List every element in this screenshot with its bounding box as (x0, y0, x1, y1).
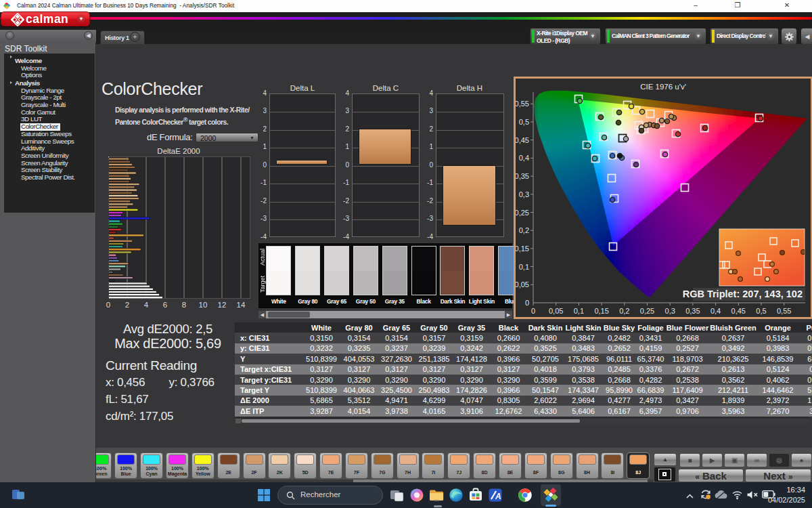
svg-text:0,55: 0,55 (516, 100, 529, 108)
svg-text:0,45: 0,45 (731, 307, 746, 315)
svg-text:0,05: 0,05 (516, 280, 529, 289)
svg-text:0,35: 0,35 (516, 172, 529, 180)
svg-text:0,4: 0,4 (519, 154, 529, 162)
svg-text:0,35: 0,35 (685, 307, 700, 315)
svg-text:0,45: 0,45 (516, 136, 529, 144)
svg-text:0,55: 0,55 (777, 307, 791, 315)
svg-text:0,5: 0,5 (756, 307, 766, 315)
svg-text:0,15: 0,15 (516, 245, 529, 253)
svg-text:RGB Triplet: 207, 143, 102: RGB Triplet: 207, 143, 102 (683, 289, 805, 299)
svg-text:0,1: 0,1 (574, 307, 584, 315)
svg-text:0,1: 0,1 (519, 263, 529, 271)
svg-text:0,15: 0,15 (594, 307, 608, 315)
svg-text:0,25: 0,25 (516, 209, 529, 217)
svg-text:0,25: 0,25 (640, 307, 654, 315)
svg-text:0: 0 (525, 299, 529, 307)
svg-text:0: 0 (531, 307, 535, 315)
svg-text:0,3: 0,3 (665, 307, 675, 315)
svg-text:0,3: 0,3 (519, 190, 529, 198)
svg-text:CIE 1976 u'v': CIE 1976 u'v' (640, 83, 686, 91)
svg-text:A: A (495, 492, 501, 501)
svg-text:0,4: 0,4 (710, 307, 721, 315)
svg-text:0,2: 0,2 (519, 226, 529, 234)
svg-text:0,2: 0,2 (619, 307, 629, 315)
svg-text:0,5: 0,5 (519, 118, 529, 126)
svg-text:0,05: 0,05 (549, 307, 563, 315)
